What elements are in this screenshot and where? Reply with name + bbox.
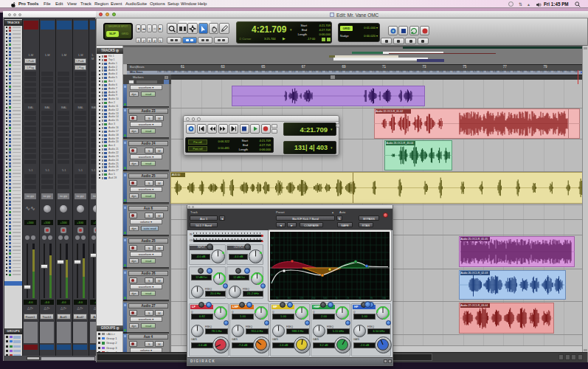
svg-text:3: 3	[271, 259, 273, 262]
svg-text:16k: 16k	[382, 297, 387, 300]
svg-text:6: 6	[271, 281, 273, 284]
svg-text:4k: 4k	[359, 297, 362, 300]
svg-text:1k: 1k	[335, 297, 338, 300]
svg-text:6: 6	[271, 252, 273, 255]
svg-text:8k: 8k	[370, 297, 373, 300]
svg-text:9: 9	[271, 244, 273, 247]
svg-text:12: 12	[271, 237, 274, 240]
svg-text:3: 3	[271, 274, 273, 277]
svg-text:125: 125	[300, 297, 304, 300]
svg-text:60: 60	[288, 297, 291, 300]
svg-text:9: 9	[271, 289, 273, 292]
svg-text:500: 500	[323, 297, 328, 300]
svg-text:30: 30	[276, 297, 279, 300]
svg-text:250: 250	[311, 297, 316, 300]
svg-text:0: 0	[271, 266, 273, 269]
svg-text:2k: 2k	[347, 297, 350, 300]
